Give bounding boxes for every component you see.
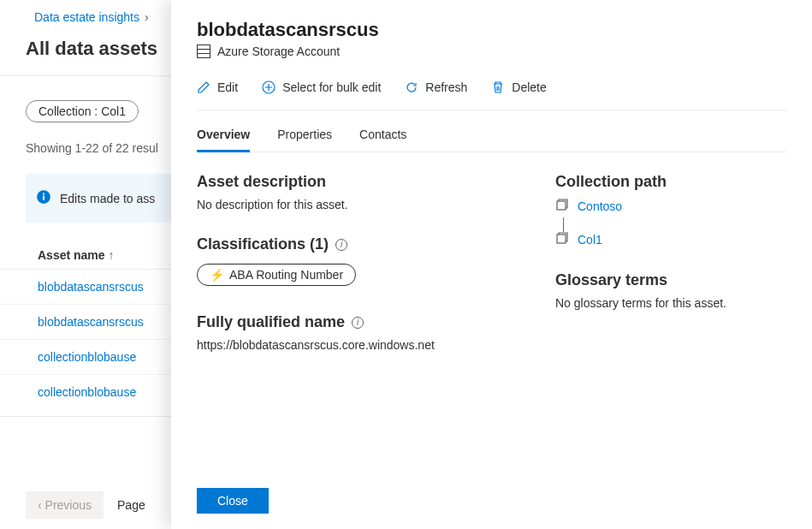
glossary-body: No glossary terms for this asset. — [555, 296, 786, 310]
info-banner-text: Edits made to ass — [60, 192, 155, 205]
plus-circle-icon — [262, 80, 276, 94]
sort-up-icon: ↑ — [109, 248, 115, 262]
bolt-icon: ⚡ — [210, 268, 224, 282]
asset-rows: blobdatascansrscusblobdatascansrscuscoll… — [0, 269, 171, 409]
edit-button[interactable]: Edit — [197, 80, 238, 94]
collection-path-title: Collection path — [555, 173, 786, 191]
table-row[interactable]: collectionblobause — [0, 374, 171, 409]
glossary-title: Glossary terms — [555, 271, 786, 289]
table-row[interactable]: blobdatascansrscus — [0, 269, 171, 304]
tab-properties[interactable]: Properties — [277, 128, 332, 152]
asset-type: Azure Storage Account — [197, 45, 786, 58]
tab-contacts[interactable]: Contacts — [359, 128, 406, 152]
breadcrumb[interactable]: Data estate insights› — [0, 0, 171, 31]
collection-path-item[interactable]: Contoso — [555, 198, 786, 214]
previous-button[interactable]: Previous — [26, 491, 104, 519]
detail-panel: blobdatascansrscus Azure Storage Account… — [171, 0, 812, 529]
left-footer: Previous Page — [26, 491, 145, 519]
toolbar: Edit Select for bulk edit Refresh Delete — [197, 80, 786, 110]
svg-rect-2 — [43, 193, 44, 195]
page-label: Page — [117, 498, 145, 512]
asset-title: blobdatascansrscus — [197, 19, 786, 41]
asset-description-body: No description for this asset. — [197, 198, 521, 211]
divider — [0, 75, 171, 76]
delete-icon — [491, 80, 505, 94]
info-icon — [36, 189, 51, 207]
fqn-body: https://blobdatascansrscus.core.windows.… — [197, 338, 521, 352]
breadcrumb-item[interactable]: Data estate insights — [34, 10, 139, 24]
fqn-title: Fully qualified name i — [197, 313, 521, 331]
overview-left-col: Asset description No description for thi… — [197, 173, 521, 376]
divider — [0, 416, 171, 417]
collection-path-item[interactable]: Col1 — [555, 231, 786, 247]
chevron-right-icon: › — [145, 10, 149, 24]
delete-button[interactable]: Delete — [491, 80, 546, 94]
asset-type-label: Azure Storage Account — [217, 45, 340, 58]
classification-pill[interactable]: ⚡ ABA Routing Number — [197, 264, 356, 286]
table-row[interactable]: blobdatascansrscus — [0, 304, 171, 339]
overview-body: Asset description No description for thi… — [197, 173, 786, 376]
left-panel: Data estate insights› All data assets Co… — [0, 0, 171, 529]
refresh-icon — [405, 80, 418, 94]
edit-icon — [197, 80, 210, 94]
info-icon[interactable]: i — [352, 317, 364, 329]
svg-rect-4 — [557, 201, 566, 210]
classifications-body: ⚡ ABA Routing Number — [197, 260, 521, 286]
refresh-button[interactable]: Refresh — [405, 80, 467, 94]
overview-right-col: Collection path Contoso │ Col1 Glossary … — [555, 173, 786, 376]
tab-bar: Overview Properties Contacts — [197, 128, 786, 152]
info-icon[interactable]: i — [335, 239, 347, 251]
asset-description-title: Asset description — [197, 173, 521, 191]
select-bulk-button[interactable]: Select for bulk edit — [262, 80, 381, 94]
tree-line: │ — [560, 217, 786, 228]
info-banner: Edits made to ass — [26, 174, 171, 223]
close-button[interactable]: Close — [197, 488, 269, 514]
collection-link[interactable]: Contoso — [578, 199, 622, 213]
filter-pill-collection[interactable]: Collection : Col1 — [26, 100, 139, 122]
table-row[interactable]: collectionblobause — [0, 339, 171, 374]
collection-icon — [555, 198, 569, 214]
collection-icon — [555, 231, 569, 247]
collection-path: Contoso │ Col1 — [555, 198, 786, 247]
svg-rect-1 — [43, 195, 44, 200]
page-title: All data assets — [0, 31, 171, 75]
result-count-label: Showing 1-22 of 22 resul — [0, 122, 171, 155]
tab-overview[interactable]: Overview — [197, 128, 250, 152]
collection-link[interactable]: Col1 — [578, 233, 602, 247]
svg-rect-5 — [557, 235, 566, 243]
classifications-title: Classifications (1) i — [197, 235, 521, 253]
storage-icon — [197, 45, 210, 58]
detail-footer: Close — [197, 488, 269, 514]
column-header-asset-name[interactable]: Asset name↑ — [0, 223, 171, 269]
